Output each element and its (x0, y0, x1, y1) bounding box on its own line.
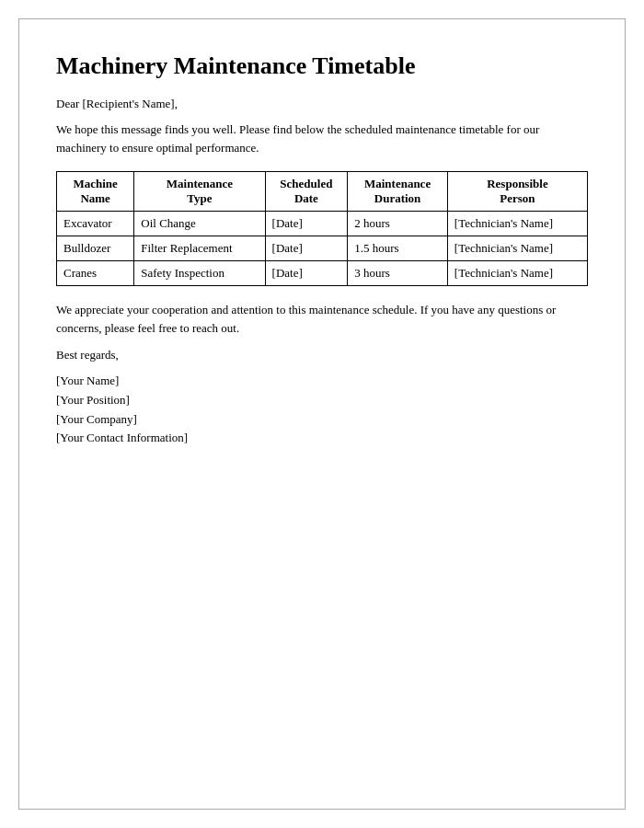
document-page: Machinery Maintenance Timetable Dear [Re… (18, 18, 626, 810)
table-cell-2-1: Safety Inspection (134, 261, 265, 286)
best-regards-text: Best regards, (56, 348, 588, 362)
signature-position: [Your Position] (56, 391, 588, 410)
signature-name: [Your Name] (56, 372, 588, 391)
table-cell-2-4: [Technician's Name] (447, 261, 587, 286)
table-cell-2-0: Cranes (57, 261, 134, 286)
table-row: BulldozerFilter Replacement[Date]1.5 hou… (57, 236, 588, 261)
greeting-text: Dear [Recipient's Name], (56, 97, 588, 111)
table-cell-0-2: [Date] (265, 212, 348, 236)
table-cell-1-0: Bulldozer (57, 236, 134, 261)
col-header-machine: MachineName (57, 172, 134, 212)
table-cell-0-1: Oil Change (134, 212, 265, 236)
table-cell-1-2: [Date] (265, 236, 348, 261)
table-cell-1-1: Filter Replacement (134, 236, 265, 261)
table-row: CranesSafety Inspection[Date]3 hours[Tec… (57, 261, 588, 286)
table-cell-0-3: 2 hours (348, 212, 448, 236)
intro-text: We hope this message finds you well. Ple… (56, 121, 588, 156)
page-title: Machinery Maintenance Timetable (56, 52, 588, 80)
col-header-duration: MaintenanceDuration (348, 172, 448, 212)
signature-contact: [Your Contact Information] (56, 429, 588, 448)
col-header-type: MaintenanceType (134, 172, 265, 212)
table-cell-0-0: Excavator (57, 212, 134, 236)
closing-text: We appreciate your cooperation and atten… (56, 301, 588, 337)
signature-company: [Your Company] (56, 410, 588, 430)
table-row: ExcavatorOil Change[Date]2 hours[Technic… (57, 212, 588, 236)
col-header-date: ScheduledDate (265, 172, 348, 212)
signature-block: [Your Name] [Your Position] [Your Compan… (56, 372, 588, 448)
table-cell-2-3: 3 hours (348, 261, 448, 286)
table-cell-0-4: [Technician's Name] (447, 212, 587, 236)
table-cell-2-2: [Date] (265, 261, 348, 286)
table-cell-1-3: 1.5 hours (348, 236, 448, 261)
maintenance-table: MachineName MaintenanceType ScheduledDat… (56, 171, 588, 286)
col-header-person: ResponsiblePerson (447, 172, 587, 212)
table-cell-1-4: [Technician's Name] (447, 236, 587, 261)
